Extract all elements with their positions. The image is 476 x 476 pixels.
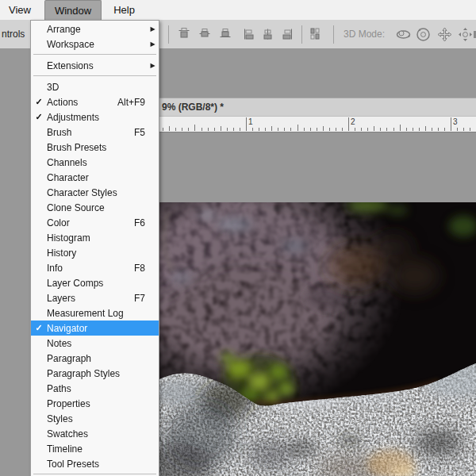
ruler-tick [175,128,176,131]
menu-item-label: Measurement Log [47,308,145,319]
menu-item-history[interactable]: History [31,245,159,260]
3d-mode-label: 3D Mode: [344,20,385,48]
menu-item-character[interactable]: Character [31,170,159,185]
3d-roll-icon[interactable] [416,27,431,42]
ruler-tick [317,128,317,131]
3d-rotate-icon[interactable] [396,27,411,42]
align-top-edges-icon[interactable] [178,28,190,40]
menu-item-brush[interactable]: BrushF5 [31,125,159,140]
menu-item-styles[interactable]: Styles [31,411,159,426]
ruler-tick [438,128,439,131]
ruler-tick [252,128,253,131]
ruler-tick [182,128,182,131]
menu-item-color[interactable]: ColorF6 [31,215,159,230]
submenu-arrow-icon: ▶ [147,62,159,69]
menu-item-channels[interactable]: Channels [31,155,159,170]
menu-item-workspace[interactable]: Workspace▶ [31,36,159,52]
menu-item-label: Notes [47,338,145,349]
3d-scale-icon[interactable] [473,27,476,42]
ruler-number: 3 [453,117,458,126]
menu-item-label: Workspace [47,39,145,50]
ruler-tick [400,125,401,131]
checkmark-icon: ✓ [31,323,47,333]
ruler-tick [227,128,228,131]
menu-item-tool-presets[interactable]: Tool Presets [31,456,159,471]
ruler-tick [265,128,266,131]
menu-separator [33,75,156,76]
ruler-tick [367,128,368,131]
ruler-tick [470,128,470,131]
menu-item-label: Clone Source [47,202,145,213]
menu-item-timeline[interactable]: Timeline [31,441,159,456]
menu-item-label: Brush [47,127,134,138]
ruler-tick [188,128,189,131]
menu-item-paragraph[interactable]: Paragraph [31,351,159,366]
menu-item-label: Navigator [47,323,145,334]
menu-item-histogram[interactable]: Histogram [31,230,159,245]
menubar-item-window[interactable]: Window [44,0,102,20]
menu-item-paragraph-styles[interactable]: Paragraph Styles [31,366,159,381]
menu-item-layers[interactable]: LayersF7 [31,290,159,305]
align-vertical-centers-icon[interactable] [198,28,211,40]
ruler-tick [463,128,464,131]
align-right-edges-icon[interactable] [282,28,294,40]
show-transform-controls-label-partial[interactable]: ntrols [2,20,25,48]
ruler-tick [451,117,451,131]
ruler-tick [163,128,163,131]
3d-drag-icon[interactable] [437,27,452,42]
menu-item-clone-source[interactable]: Clone Source [31,200,159,215]
menu-item-actions[interactable]: ✓ActionsAlt+F9 [31,94,159,109]
menu-item-label: Histogram [47,232,145,244]
ruler-tick [419,128,420,131]
document-tab[interactable]: 9% (RGB/8*) * [155,98,476,117]
ruler-tick [304,128,305,131]
ruler[interactable]: 123 [155,117,476,132]
canvas-photo[interactable] [159,202,476,476]
ruler-tick [457,128,458,131]
menu-item-label: Channels [47,157,145,168]
ruler-tick [208,128,209,131]
menu-item-notes[interactable]: Notes [31,336,159,351]
align-horizontal-centers-icon[interactable] [262,28,274,40]
ruler-tick [323,126,324,131]
menu-item-shortcut: F5 [134,127,145,138]
align-bottom-edges-icon[interactable] [219,28,232,40]
ruler-tick [361,128,362,131]
ruler-tick [169,126,170,131]
ruler-tick [444,128,445,131]
menu-item-arrange[interactable]: Arrange▶ [31,21,159,36]
menu-item-3d[interactable]: 3D [31,79,159,94]
3d-slide-icon[interactable] [458,27,473,42]
menu-item-character-styles[interactable]: Character Styles [31,185,159,200]
menubar-item-view[interactable]: View [2,0,38,20]
menu-item-label: Tool Presets [47,459,145,470]
menu-item-brush-presets[interactable]: Brush Presets [31,140,159,155]
menu-separator [33,474,156,474]
menu-item-layer-comps[interactable]: Layer Comps [31,275,159,290]
ruler-tick [432,128,432,131]
menu-item-navigator[interactable]: ✓Navigator [31,321,159,336]
menu-item-extensions[interactable]: Extensions▶ [31,58,159,73]
ruler-tick [194,125,195,131]
distribute-horizontal-centers-icon[interactable] [309,28,321,40]
ruler-tick [425,126,426,131]
submenu-arrow-icon: ▶ [147,25,159,33]
ruler-tick [393,128,394,131]
menu-item-label: Timeline [47,443,145,455]
menu-item-paths[interactable]: Paths [31,381,159,396]
checkmark-icon: ✓ [31,112,47,122]
menu-item-adjustments[interactable]: ✓Adjustments [31,109,159,125]
ruler-tick [271,126,272,131]
menu-item-label: Actions [47,97,117,108]
menubar-item-help[interactable]: Help [106,0,142,20]
menu-item-label: Character [47,172,145,183]
menu-item-label: Layer Comps [47,278,145,289]
ruler-tick [355,128,355,131]
menu-item-measurement-log[interactable]: Measurement Log [31,305,159,321]
menu-item-properties[interactable]: Properties [31,396,159,411]
menu-item-label: Properties [47,398,145,409]
menu-item-label: Layers [47,293,134,304]
align-left-edges-icon[interactable] [242,28,255,40]
menu-item-swatches[interactable]: Swatches [31,426,159,441]
menu-item-info[interactable]: InfoF8 [31,260,159,275]
